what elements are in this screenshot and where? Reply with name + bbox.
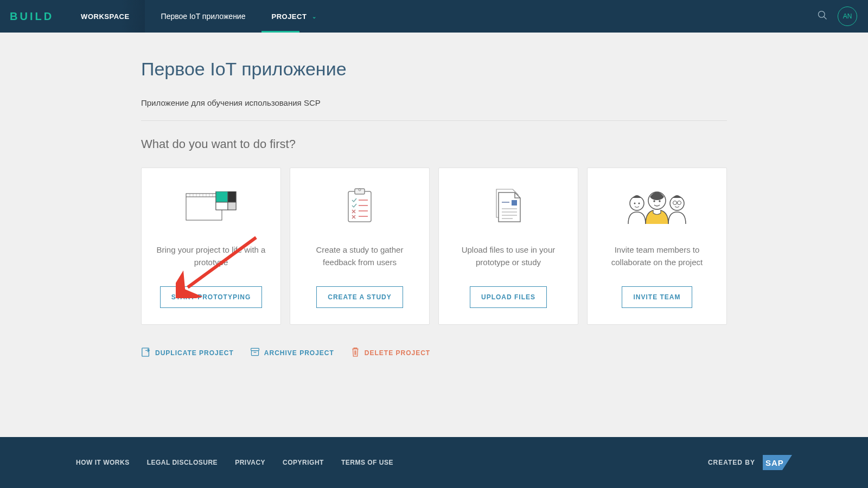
svg-line-1	[824, 17, 827, 20]
upload-files-button[interactable]: UPLOAD FILES	[470, 286, 547, 308]
action-cards-row: Bring your project to life with a protot…	[141, 168, 727, 325]
archive-label: ARCHIVE PROJECT	[264, 349, 334, 357]
delete-project-button[interactable]: DELETE PROJECT	[350, 346, 430, 359]
card-team-desc: Invite team members to collaborate on th…	[601, 244, 713, 286]
created-by-label: CREATED BY	[708, 459, 755, 466]
svg-point-32	[630, 196, 644, 210]
card-study: Create a study to gather feedback from u…	[290, 168, 430, 325]
clipboard-icon	[346, 184, 373, 228]
breadcrumb-workspace[interactable]: WORKSPACE	[66, 0, 144, 33]
svg-rect-17	[216, 202, 228, 210]
prompt-question: What do you want to do first?	[141, 137, 727, 151]
duplicate-project-button[interactable]: DUPLICATE PROJECT	[141, 346, 234, 359]
app-logo[interactable]: BUILD	[0, 10, 66, 23]
avatar-initials: AN	[843, 12, 852, 20]
archive-project-button[interactable]: ARCHIVE PROJECT	[250, 346, 334, 359]
svg-point-34	[639, 203, 640, 204]
svg-point-33	[634, 203, 636, 204]
main-content: Первое IoT приложение Приложение для обу…	[0, 33, 868, 359]
user-avatar[interactable]: AN	[838, 7, 857, 26]
page-subtitle: Приложение для обучения использования SC…	[141, 98, 727, 107]
svg-rect-27	[512, 200, 517, 206]
prototype-icon	[186, 184, 237, 228]
project-name-label: Первое IoT приложение	[161, 12, 246, 21]
card-prototype: Bring your project to life with a protot…	[141, 168, 281, 325]
invite-team-button[interactable]: INVITE TEAM	[622, 286, 692, 308]
delete-label: DELETE PROJECT	[365, 349, 430, 357]
sap-logo: SAP	[763, 455, 792, 470]
svg-rect-18	[228, 202, 236, 210]
card-team: Invite team members to collaborate on th…	[587, 168, 727, 325]
start-prototyping-button[interactable]: START PROTOTYPING	[160, 286, 263, 308]
page-footer: HOW IT WORKS LEGAL DISCLOSURE PRIVACY CO…	[0, 437, 868, 488]
breadcrumb-project-tab[interactable]: PROJECT ⌄	[261, 0, 322, 33]
svg-rect-20	[355, 189, 365, 194]
duplicate-label: DUPLICATE PROJECT	[155, 349, 234, 357]
active-tab-underline	[261, 31, 299, 33]
chevron-down-icon: ⌄	[312, 14, 317, 20]
archive-icon	[250, 346, 260, 359]
svg-point-35	[670, 196, 684, 210]
card-prototype-desc: Bring your project to life with a protot…	[155, 244, 267, 286]
svg-rect-19	[348, 191, 371, 222]
footer-links: HOW IT WORKS LEGAL DISCLOSURE PRIVACY CO…	[76, 459, 393, 466]
files-icon	[492, 184, 525, 228]
breadcrumb-project-name[interactable]: Первое IoT приложение	[145, 12, 262, 21]
footer-right: CREATED BY SAP	[708, 455, 792, 470]
create-study-button[interactable]: CREATE A STUDY	[316, 286, 403, 308]
svg-rect-16	[228, 191, 236, 202]
footer-link-how-it-works[interactable]: HOW IT WORKS	[76, 459, 130, 466]
project-tab-label: PROJECT	[271, 12, 307, 21]
breadcrumb-workspace-label: WORKSPACE	[81, 12, 129, 21]
svg-point-41	[659, 200, 660, 202]
search-icon[interactable]	[817, 10, 828, 23]
project-actions-row: DUPLICATE PROJECT ARCHIVE PROJECT	[141, 346, 727, 359]
team-icon	[622, 184, 692, 228]
trash-icon	[350, 346, 360, 359]
svg-point-0	[819, 11, 825, 18]
top-navbar: BUILD WORKSPACE Первое IoT приложение PR…	[0, 0, 868, 33]
card-study-desc: Create a study to gather feedback from u…	[303, 244, 416, 286]
svg-point-40	[653, 200, 655, 202]
footer-link-legal[interactable]: LEGAL DISCLOSURE	[147, 459, 218, 466]
section-divider	[141, 120, 727, 121]
footer-link-copyright[interactable]: COPYRIGHT	[283, 459, 324, 466]
card-upload: Upload files to use in your prototype or…	[438, 168, 578, 325]
card-upload-desc: Upload files to use in your prototype or…	[452, 244, 565, 286]
svg-text:SAP: SAP	[765, 458, 784, 467]
footer-link-privacy[interactable]: PRIVACY	[235, 459, 265, 466]
duplicate-icon	[141, 346, 151, 359]
page-title: Первое IoT приложение	[141, 59, 727, 80]
footer-link-terms[interactable]: TERMS OF USE	[341, 459, 393, 466]
svg-rect-15	[216, 191, 228, 202]
svg-rect-44	[251, 351, 258, 356]
